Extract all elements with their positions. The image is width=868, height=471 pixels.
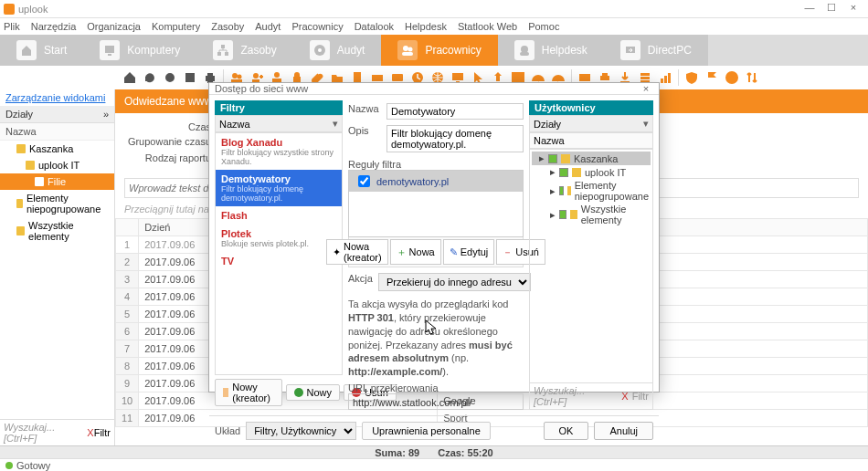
users-col-label: Nazwa <box>534 135 565 146</box>
expand-icon[interactable]: ▸ <box>550 185 556 197</box>
filters-panel: Filtry Nazwa ▾ Blog XanaduFiltr blokując… <box>215 100 343 410</box>
fld-desc-input[interactable]: Filtr blokujący domenę demotywatory.pl. <box>386 125 524 152</box>
tree-checkbox[interactable] <box>559 168 568 177</box>
tool-refresh-icon[interactable] <box>141 68 159 87</box>
filters-name-header[interactable]: Nazwa ▾ <box>215 115 343 132</box>
tab-start[interactable]: Start <box>0 35 83 66</box>
expand-icon[interactable]: ▸ <box>550 209 556 221</box>
menu-plik[interactable]: Plik <box>4 21 20 32</box>
filter-title: Demotywatory <box>221 173 336 184</box>
tool-block-icon[interactable] <box>723 68 741 87</box>
expand-icon[interactable]: ▸ <box>539 152 545 164</box>
tab-directpc[interactable]: DirectPC <box>604 35 708 66</box>
menu-organizacja[interactable]: Organizacja <box>87 21 141 32</box>
manage-views-link[interactable]: Zarządzanie widokami <box>0 89 114 106</box>
tab-pracownicy[interactable]: Pracownicy <box>381 35 497 66</box>
filter-item[interactable]: Blog XanaduFiltr blokujący wszystkie str… <box>216 133 342 170</box>
action-select[interactable]: Przekieruj do innego adresu <box>378 273 531 291</box>
tool-shield-icon[interactable] <box>683 68 701 87</box>
left-item-filie[interactable]: Filie <box>0 173 114 190</box>
tool-save-icon[interactable] <box>181 68 199 87</box>
tab-komputery[interactable]: Komputery <box>83 35 196 66</box>
left-item-kaszanka[interactable]: Kaszanka <box>0 141 114 157</box>
home-icon <box>16 40 37 60</box>
menu-pracownicy[interactable]: Pracownicy <box>291 21 343 32</box>
tree-checkbox[interactable] <box>559 186 564 195</box>
status-text: Gotowy <box>16 460 50 471</box>
filter-item[interactable]: DemotywatoryFiltr blokujący domenę demot… <box>216 170 342 206</box>
menu-zasoby[interactable]: Zasoby <box>211 21 244 32</box>
filter-item[interactable]: PlotekBlokuje serwis plotek.pl. <box>216 225 342 252</box>
tree-node[interactable]: ▸Wszystkie elementy <box>532 203 651 226</box>
menu-audyt[interactable]: Audyt <box>255 21 281 32</box>
left-header[interactable]: Działy» <box>0 106 114 123</box>
tree-node[interactable]: ▸uplook IT <box>532 165 651 179</box>
tab-zasoby[interactable]: Zasoby <box>196 35 292 66</box>
left-filter-button[interactable]: Filtr <box>94 427 111 438</box>
tree-node[interactable]: ▸Kaszanka <box>532 152 651 165</box>
new-button[interactable]: Nowy <box>286 384 341 401</box>
tree-checkbox[interactable] <box>559 210 566 219</box>
svg-rect-47 <box>661 78 663 83</box>
left-clear-button[interactable]: X <box>87 427 93 438</box>
sum-total: Suma: 89 <box>375 447 419 458</box>
minimize-button[interactable]: — <box>799 2 820 16</box>
maximize-button[interactable]: ☐ <box>820 2 842 16</box>
layout-select[interactable]: Filtry, Użytkownicy <box>246 422 356 440</box>
minus-icon: － <box>503 246 513 259</box>
plus-icon: ＋ <box>397 246 407 259</box>
left-search[interactable]: Wyszukaj... [Ctrl+F] <box>4 422 87 444</box>
fld-name-label: Nazwa <box>348 103 381 114</box>
tab-audyt[interactable]: Audyt <box>293 35 382 66</box>
personal-permissions-button[interactable]: Uprawnienia personalne <box>362 422 491 440</box>
users-label-row[interactable]: Działy ▾ <box>529 115 653 132</box>
filter-details-panel: Nazwa OpisFiltr blokujący domenę demotyw… <box>348 100 524 410</box>
menu-narzedzia[interactable]: Narzędzia <box>31 21 77 32</box>
menu-pomoc[interactable]: Pomoc <box>528 21 559 32</box>
left-item-wszystkie[interactable]: Wszystkie elementy <box>0 217 114 245</box>
tab-helpdesk-label: Helpdesk <box>542 44 587 57</box>
tool-sort-icon[interactable] <box>743 68 761 87</box>
tool-home-icon[interactable] <box>121 68 139 87</box>
tab-start-label: Start <box>44 44 67 57</box>
tree-label: uplook IT <box>585 167 626 178</box>
left-item-label: Wszystkie elementy <box>28 220 109 242</box>
tab-zasoby-label: Zasoby <box>240 44 276 57</box>
menu-statlook-web[interactable]: Statlook Web <box>458 21 517 32</box>
rule-new-button[interactable]: ＋Nowa <box>390 239 441 265</box>
users-search[interactable]: Wyszukaj... [Ctrl+F] <box>534 385 618 407</box>
menu-datalook[interactable]: Datalook <box>355 21 394 32</box>
filter-item[interactable]: Flash <box>216 206 342 225</box>
tree-checkbox[interactable] <box>548 154 557 163</box>
cell-num: 9 <box>116 375 139 392</box>
cancel-button[interactable]: Anuluj <box>594 422 653 440</box>
users-filter-button[interactable]: Filtr <box>632 391 649 402</box>
tree-node[interactable]: ▸Elementy niepogrupowane <box>532 179 651 203</box>
expand-icon[interactable]: ▸ <box>550 166 556 178</box>
tool-gear-icon[interactable] <box>161 68 179 87</box>
rule-new-wizard-button[interactable]: ✦Nowa (kreator) <box>326 239 388 265</box>
tab-helpdesk[interactable]: Helpdesk <box>498 35 604 66</box>
menu-komputery[interactable]: Komputery <box>152 21 200 32</box>
rule-checkbox[interactable] <box>358 175 370 187</box>
new-wizard-button[interactable]: Nowy (kreator) <box>215 379 282 406</box>
filter-item[interactable]: TV <box>216 252 342 270</box>
dialog-close-button[interactable]: × <box>639 83 653 94</box>
users-clear-button[interactable]: X <box>621 391 628 402</box>
dialog-title: Dostęp do sieci www <box>215 83 308 94</box>
title-bar: uplook — ☐ × <box>0 0 868 18</box>
url-input[interactable]: http://www.statlook.com/pl/ <box>348 393 524 410</box>
filter-title: Blog Xanadu <box>221 137 336 148</box>
ok-button[interactable]: OK <box>544 422 589 440</box>
rule-item[interactable]: demotywatory.pl <box>349 171 523 192</box>
left-item-uplook[interactable]: uplook IT <box>0 157 114 173</box>
col-num[interactable] <box>116 219 139 236</box>
fld-name-input[interactable] <box>386 103 524 120</box>
rule-edit-button[interactable]: ✎Edytuj <box>443 239 495 265</box>
edit-icon: ✎ <box>450 246 458 258</box>
tool-flag-icon[interactable] <box>703 68 721 87</box>
close-window-button[interactable]: × <box>842 2 864 16</box>
www-access-dialog: Dostęp do sieci www × Filtry Nazwa ▾ Blo… <box>208 82 660 392</box>
menu-helpdesk[interactable]: Helpdesk <box>405 21 447 32</box>
left-item-niepogrupowane[interactable]: Elementy niepogrupowane <box>0 190 114 217</box>
